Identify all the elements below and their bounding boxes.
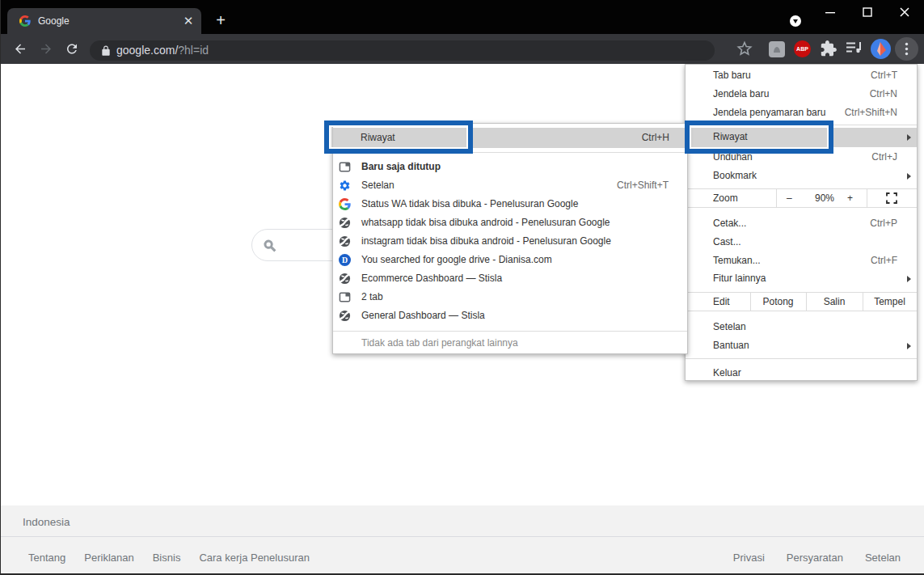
svg-text:D: D xyxy=(342,256,348,264)
